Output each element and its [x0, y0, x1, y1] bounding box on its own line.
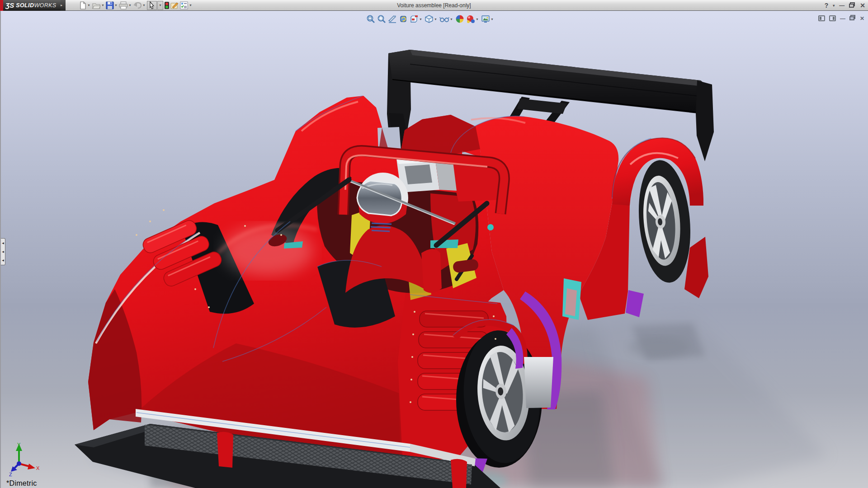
document-window-controls: — ✕: [818, 15, 864, 22]
sketch-icon[interactable]: [170, 0, 179, 10]
zoom-to-fit-icon[interactable]: [365, 14, 376, 23]
display-style-icon[interactable]: ▼: [424, 14, 439, 23]
view-orientation-label: *Dimetric: [6, 479, 37, 488]
triad-z-label: Z: [9, 472, 12, 477]
help-icon[interactable]: ?: [825, 2, 829, 9]
main-toolbar: ▼▼▼▼▼▼▼: [78, 0, 193, 11]
titlebar: ƷS SOLIDWORKS ▸ ▼▼▼▼▼▼▼ Voiture assemble…: [0, 0, 868, 11]
panel-collapse-tab[interactable]: ◀◀◀: [1, 238, 5, 265]
close-icon[interactable]: ✕: [860, 2, 865, 9]
doc-restore-icon[interactable]: [849, 15, 856, 22]
splitter-pylon-2: [451, 459, 467, 488]
doc-minimize-icon[interactable]: —: [840, 15, 845, 22]
solidworks-logo: ƷS SOLIDWORKS: [0, 0, 61, 11]
options-list-icon[interactable]: ▼: [179, 0, 193, 10]
pane-right-icon[interactable]: [829, 15, 836, 21]
headsup-toolbar: ▼▼▼▼▼: [365, 14, 495, 24]
side-panel-gray[interactable]: [524, 357, 553, 408]
logo-brand: SOLIDWORKS: [16, 2, 56, 9]
section-view-icon[interactable]: [387, 14, 398, 23]
triad-y-label: Y: [17, 442, 21, 447]
open-document-icon[interactable]: ▼: [91, 0, 105, 10]
view-settings-icon[interactable]: ▼: [480, 14, 495, 23]
graphics-area[interactable]: ▼▼▼▼▼ — ✕ ◀◀◀ Y X Z *Dimetric: [0, 11, 868, 488]
print-icon[interactable]: ▼: [118, 0, 132, 10]
minimize-icon[interactable]: —: [839, 2, 844, 9]
apply-scene-icon[interactable]: [454, 14, 465, 23]
triad-x-label: X: [36, 465, 40, 471]
orientation-triad: Y X Z: [6, 441, 42, 477]
driver-arm: [421, 249, 442, 293]
hide-show-items-icon[interactable]: ▼: [439, 14, 454, 23]
new-document-icon[interactable]: ▼: [78, 0, 91, 10]
save-icon[interactable]: ▼: [105, 0, 118, 10]
zoom-to-area-icon[interactable]: [376, 14, 387, 23]
help-caret-icon[interactable]: ▾: [833, 4, 835, 8]
restore-icon[interactable]: [849, 2, 855, 9]
view-orientation-icon[interactable]: ▼: [409, 14, 424, 23]
logo-red-bar: [0, 0, 3, 11]
splitter-pylon: [217, 432, 233, 468]
select-arrow-icon[interactable]: ▼: [146, 0, 164, 10]
traffic-light-icon[interactable]: [164, 0, 170, 10]
toolbar-overflow-notch[interactable]: ▸: [61, 0, 66, 11]
window-controls: ? ▾ — ✕: [825, 0, 865, 11]
side-window-teal[interactable]: [562, 278, 581, 320]
pane-left-icon[interactable]: [818, 15, 825, 21]
undo-icon[interactable]: ▼: [132, 0, 146, 10]
3d-scene[interactable]: [1, 11, 868, 488]
logo-mark: ƷS: [5, 1, 14, 9]
rotate-view-icon[interactable]: [398, 14, 409, 23]
doc-close-icon[interactable]: ✕: [860, 15, 864, 22]
edit-appearance-icon[interactable]: ▼: [465, 14, 480, 23]
